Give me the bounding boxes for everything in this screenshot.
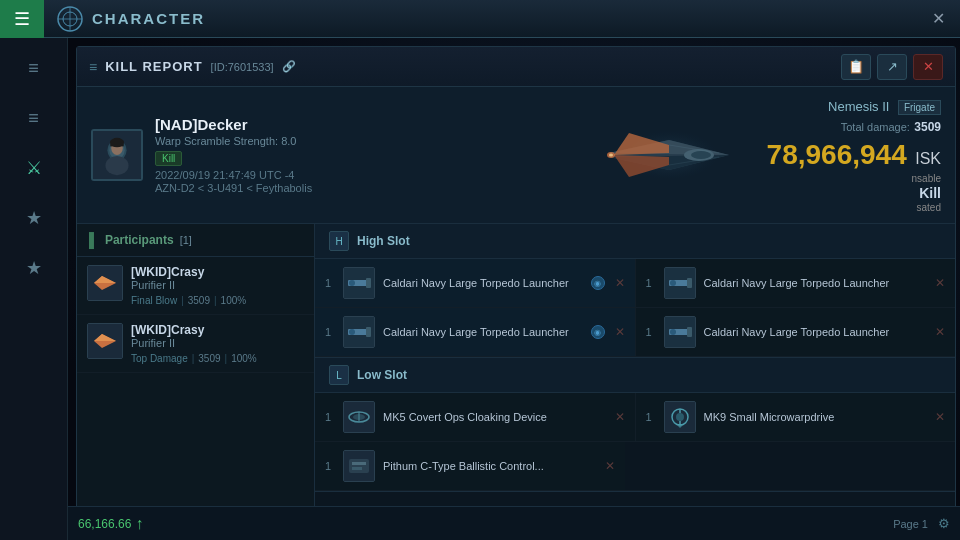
bottom-value: 66,166.66 — [78, 517, 131, 531]
remove-l1[interactable]: ✕ — [615, 410, 625, 424]
participants-panel: ▌ Participants [1] [W — [77, 224, 315, 534]
svg-rect-39 — [366, 327, 371, 337]
low-slot-item-2[interactable]: 1 — [636, 393, 956, 441]
svg-rect-35 — [687, 278, 692, 288]
total-damage-label: Total damage: — [841, 121, 910, 133]
remove-h1[interactable]: ✕ — [615, 276, 625, 290]
participant-stats-2: Top Damage | 3509 | 100% — [131, 353, 304, 364]
high-slot-label: High Slot — [357, 234, 410, 248]
remove-l3[interactable]: ✕ — [605, 459, 615, 473]
low-slot-item-3[interactable]: 1 Pithum C-Type Ballistic Control... — [315, 442, 625, 490]
sidebar-item-combat[interactable]: ⚔ — [12, 146, 56, 190]
svg-rect-58 — [352, 467, 362, 470]
panel-id: [ID:7601533] — [211, 61, 274, 73]
bottom-arrow-icon: ↑ — [135, 515, 143, 533]
svg-point-32 — [349, 280, 355, 286]
item-name-l2: MK9 Small Microwarpdrive — [704, 410, 926, 424]
kill-tag: Kill — [155, 151, 182, 166]
bottom-bar: 66,166.66 ↑ Page 1 ⚙ — [68, 506, 960, 540]
panel-close-button[interactable]: ✕ — [913, 54, 943, 80]
top-close-button[interactable]: ✕ — [926, 7, 950, 31]
ship-type: Frigate — [898, 100, 941, 115]
hamburger-icon: ☰ — [14, 8, 30, 30]
participant-stats-1: Final Blow | 3509 | 100% — [131, 295, 304, 306]
low-slot-label: Low Slot — [357, 368, 407, 382]
participant-name-1: [WKID]Crasy — [131, 265, 304, 279]
high-slot-row-2: 1 Caldari Navy Large Torpedo Launcher — [315, 308, 955, 357]
sidebar-item-menu[interactable]: ≡ — [12, 46, 56, 90]
low-slot-item-1[interactable]: 1 MK5 Covert Ops Cloaking Device — [315, 393, 636, 441]
low-slot-icon: L — [329, 365, 349, 385]
low-slot-header: L Low Slot — [315, 358, 955, 393]
svg-rect-43 — [687, 327, 692, 337]
stat-label-1: Final Blow — [131, 295, 177, 306]
item-icon-h3 — [343, 316, 375, 348]
victim-warp-strength: Warp Scramble Strength: 8.0 — [155, 135, 577, 147]
participant-name-2: [WKID]Crasy — [131, 323, 304, 337]
participant-item-2[interactable]: [WKID]Crasy Purifier II Top Damage | 350… — [77, 315, 314, 373]
top-menu-button[interactable]: ☰ — [0, 0, 44, 38]
svg-rect-10 — [110, 141, 123, 147]
high-slot-item-4[interactable]: 1 Caldari Navy Large Torpedo Launcher — [636, 308, 956, 356]
remove-h3[interactable]: ✕ — [615, 325, 625, 339]
participants-icon: ▌ — [89, 232, 99, 248]
stat-label-2: Top Damage — [131, 353, 188, 364]
high-slot-row-1: 1 Caldari Navy Large Torpedo Launcher — [315, 259, 955, 308]
participant-corp-1: Purifier II — [131, 279, 304, 291]
item-qty-h4: 1 — [646, 326, 656, 338]
svg-point-51 — [676, 413, 684, 421]
item-icon-l2 — [664, 401, 696, 433]
item-qty-l3: 1 — [325, 460, 335, 472]
remove-h2[interactable]: ✕ — [935, 276, 945, 290]
kill-stats-right: Nemesis II Frigate Total damage: 3509 78… — [761, 97, 941, 213]
clipboard-button[interactable]: 📋 — [841, 54, 871, 80]
share-button[interactable]: ↗ — [877, 54, 907, 80]
item-qty-h1: 1 — [325, 277, 335, 289]
item-icon-l1 — [343, 401, 375, 433]
item-name-h3: Caldari Navy Large Torpedo Launcher — [383, 325, 583, 339]
total-damage-value: 3509 — [914, 120, 941, 134]
participants-header: ▌ Participants [1] — [77, 224, 314, 257]
kill-report-panel: ≡ KILL REPORT [ID:7601533] 🔗 📋 ↗ ✕ — [76, 46, 956, 535]
fitted-icon-h1: ◉ — [591, 276, 605, 290]
compensated-label: sated — [761, 202, 941, 213]
participant-avatar-1 — [87, 265, 123, 301]
participant-corp-2: Purifier II — [131, 337, 304, 349]
top-bar: ☰ CHARACTER ✕ — [0, 0, 960, 38]
item-qty-l1: 1 — [325, 411, 335, 423]
sidebar-item-list[interactable]: ≡ — [12, 96, 56, 140]
kill-location: AZN-D2 < 3-U491 < Feythabolis — [155, 182, 577, 194]
kill-result: Kill — [919, 185, 941, 201]
panel-title: KILL REPORT — [105, 59, 202, 74]
remove-l2[interactable]: ✕ — [935, 410, 945, 424]
panel-link-icon[interactable]: 🔗 — [282, 60, 296, 73]
high-slot-header: H High Slot — [315, 224, 955, 259]
item-name-h1: Caldari Navy Large Torpedo Launcher — [383, 276, 583, 290]
remove-h4[interactable]: ✕ — [935, 325, 945, 339]
item-icon-h4 — [664, 316, 696, 348]
high-slot-item-3[interactable]: 1 Caldari Navy Large Torpedo Launcher — [315, 308, 636, 356]
top-bar-title: CHARACTER — [92, 10, 205, 27]
filter-icon[interactable]: ⚙ — [938, 516, 950, 531]
participants-label: Participants — [105, 233, 174, 247]
sidebar-item-star1[interactable]: ★ — [12, 196, 56, 240]
sidebar-item-star2[interactable]: ★ — [12, 246, 56, 290]
fitted-icon-h3: ◉ — [591, 325, 605, 339]
ship-image — [589, 115, 749, 195]
item-name-l3: Pithum C-Type Ballistic Control... — [383, 459, 595, 473]
victim-info: [NAD]Decker Warp Scramble Strength: 8.0 … — [155, 116, 577, 194]
high-slot-section: H High Slot 1 — [315, 224, 955, 358]
close-icon: ✕ — [923, 59, 934, 74]
unsalvageable-label: nsable — [761, 173, 941, 184]
item-name-l1: MK5 Covert Ops Cloaking Device — [383, 410, 605, 424]
clipboard-icon: 📋 — [848, 59, 864, 74]
item-name-h2: Caldari Navy Large Torpedo Launcher — [704, 276, 926, 290]
high-slot-item-2[interactable]: 1 Caldari Navy Large Torpedo Launcher — [636, 259, 956, 307]
svg-point-8 — [105, 156, 128, 175]
panel-body: ▌ Participants [1] [W — [77, 224, 955, 534]
participant-item[interactable]: [WKID]Crasy Purifier II Final Blow | 350… — [77, 257, 314, 315]
item-icon-l3 — [343, 450, 375, 482]
ship-name: Nemesis II — [828, 99, 889, 114]
item-qty-h3: 1 — [325, 326, 335, 338]
high-slot-item-1[interactable]: 1 Caldari Navy Large Torpedo Launcher — [315, 259, 636, 307]
